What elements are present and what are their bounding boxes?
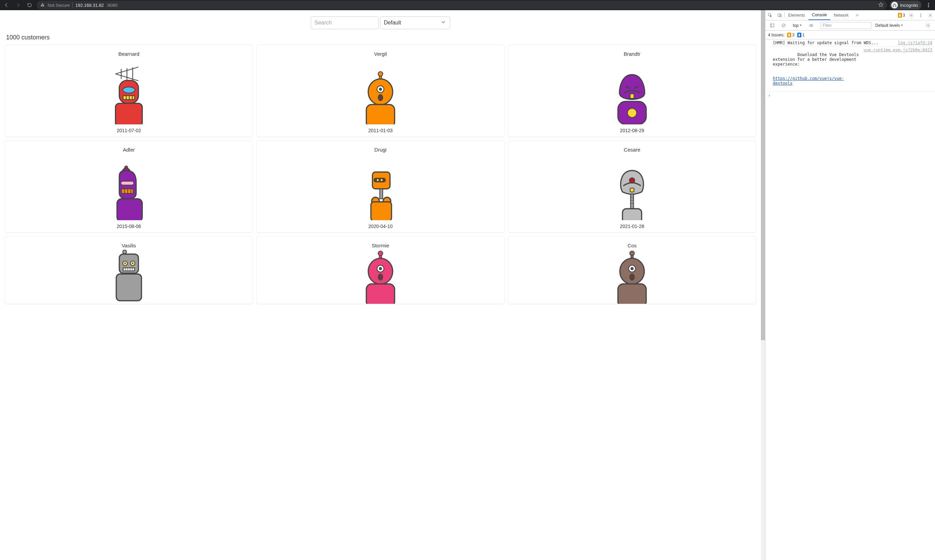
svg-point-21 bbox=[379, 88, 382, 91]
clear-console-icon[interactable] bbox=[779, 23, 789, 28]
svg-rect-24 bbox=[630, 94, 634, 98]
svg-rect-56 bbox=[123, 268, 135, 271]
sort-select[interactable]: Default bbox=[380, 16, 450, 29]
scrollbar-thumb[interactable] bbox=[761, 10, 765, 340]
issues-warn-count: 3 bbox=[792, 32, 795, 37]
reload-button[interactable] bbox=[25, 1, 34, 9]
search-input[interactable] bbox=[311, 16, 379, 29]
svg-point-17 bbox=[378, 72, 383, 77]
url-port: :8080 bbox=[106, 3, 118, 8]
issues-bar[interactable]: 4 Issues: ▮ 3 ▮ 1 bbox=[766, 31, 935, 39]
page-scrollbar[interactable] bbox=[761, 10, 765, 560]
svg-point-4 bbox=[928, 6, 929, 7]
console-filter-input[interactable] bbox=[820, 22, 872, 29]
context-selector[interactable]: top ▼ bbox=[793, 23, 802, 28]
context-value: top bbox=[793, 23, 799, 28]
robot-avatar bbox=[100, 250, 158, 304]
customer-card[interactable]: Drugi 2020-04-10 bbox=[256, 140, 505, 233]
robot-avatar bbox=[603, 250, 661, 304]
incognito-badge[interactable]: Incognito bbox=[890, 1, 921, 9]
console-prompt[interactable]: › bbox=[766, 92, 935, 99]
svg-point-66 bbox=[379, 267, 382, 270]
incognito-label: Incognito bbox=[900, 3, 918, 8]
bookmark-star-icon[interactable] bbox=[878, 2, 884, 9]
robot-avatar bbox=[100, 63, 158, 125]
svg-rect-83 bbox=[770, 24, 774, 27]
customer-name: Vasilis bbox=[122, 243, 136, 248]
svg-rect-61 bbox=[116, 274, 142, 301]
svg-rect-68 bbox=[366, 284, 394, 304]
issues-info-count: 1 bbox=[803, 32, 805, 37]
chrome-menu-button[interactable] bbox=[924, 1, 933, 9]
address-bar[interactable]: Not Secure 192.168.31.82:8080 bbox=[37, 1, 887, 9]
svg-point-22 bbox=[378, 94, 383, 101]
devtools-settings-icon[interactable] bbox=[906, 10, 916, 20]
warning-flag-icon: ▮ bbox=[898, 13, 902, 18]
customer-count: 1000 customers bbox=[6, 34, 756, 41]
log-levels-value: Default levels bbox=[875, 23, 900, 28]
svg-rect-75 bbox=[618, 284, 646, 304]
customer-name: Cesare bbox=[624, 147, 640, 152]
tab-console[interactable]: Console bbox=[809, 10, 830, 20]
customer-date: 2011-01-03 bbox=[368, 128, 393, 133]
svg-point-2 bbox=[928, 3, 929, 4]
svg-rect-42 bbox=[371, 202, 392, 220]
customer-card[interactable]: Adler 2015-08-06 bbox=[5, 140, 253, 233]
more-tabs-icon[interactable] bbox=[852, 10, 861, 20]
log-levels-selector[interactable]: Default levels ▼ bbox=[875, 23, 903, 28]
log-source-link[interactable]: log.js?1afd:24 bbox=[898, 40, 932, 45]
addr-separator bbox=[72, 2, 73, 8]
svg-point-26 bbox=[628, 108, 637, 118]
svg-rect-0 bbox=[42, 4, 43, 5]
console-log: [HMR] Waiting for update signal from WDS… bbox=[766, 39, 935, 560]
svg-point-37 bbox=[377, 179, 379, 181]
console-settings-icon[interactable] bbox=[923, 23, 933, 28]
warning-flag-icon: ▮ bbox=[787, 32, 791, 37]
svg-point-82 bbox=[920, 16, 921, 17]
dropdown-triangle-icon: ▼ bbox=[901, 24, 903, 27]
svg-point-79 bbox=[910, 15, 912, 16]
svg-rect-16 bbox=[116, 103, 142, 125]
devtools-close-icon[interactable] bbox=[926, 10, 935, 20]
svg-rect-49 bbox=[622, 209, 642, 220]
svg-point-69 bbox=[630, 251, 635, 256]
customer-date: 2011-07-02 bbox=[117, 128, 141, 133]
devtools-menu-icon[interactable] bbox=[916, 10, 926, 20]
warnings-badge[interactable]: ▮ 3 bbox=[896, 10, 906, 20]
log-message: [HMR] Waiting for update signal from WDS… bbox=[773, 40, 895, 45]
not-secure-label: Not Secure bbox=[48, 3, 70, 8]
customer-card[interactable]: Stormie bbox=[256, 236, 505, 304]
customer-card[interactable]: Vergil 2011-01-03 bbox=[256, 45, 505, 137]
back-button[interactable] bbox=[2, 1, 11, 9]
customer-card[interactable]: Brandtr 2012-08-29 bbox=[508, 45, 756, 137]
tab-elements[interactable]: Elements bbox=[785, 10, 809, 20]
vue-devtools-link[interactable]: https://github.com/vuejs/vue-devtools bbox=[773, 76, 844, 86]
console-sidebar-toggle-icon[interactable] bbox=[767, 23, 777, 28]
customer-date: 2015-08-06 bbox=[117, 224, 141, 229]
customer-card[interactable]: Bearnard 2011-07-02 bbox=[5, 45, 253, 137]
inspect-element-icon[interactable] bbox=[766, 10, 775, 20]
svg-point-86 bbox=[927, 25, 929, 26]
tab-network[interactable]: Network bbox=[830, 10, 852, 20]
browser-chrome-bar: Not Secure 192.168.31.82:8080 Incognito bbox=[0, 0, 935, 10]
live-expression-icon[interactable] bbox=[807, 23, 816, 28]
svg-rect-36 bbox=[374, 178, 385, 182]
customer-card[interactable]: Cos bbox=[508, 236, 756, 304]
device-toolbar-icon[interactable] bbox=[775, 10, 784, 20]
console-toolbar: top ▼ Default levels ▼ bbox=[766, 20, 935, 31]
svg-rect-39 bbox=[380, 189, 383, 199]
devtools-panel: Elements Console Network ▮ 3 bbox=[765, 10, 935, 560]
log-entry: Download the Vue Devtools extension for … bbox=[766, 46, 935, 92]
svg-point-81 bbox=[920, 15, 921, 15]
customer-name: Brandtr bbox=[624, 51, 640, 57]
customer-date: 2012-08-29 bbox=[620, 128, 644, 133]
svg-point-85 bbox=[810, 25, 812, 26]
log-source-link[interactable]: vue.runtime.esm.js?2b0e:8423 bbox=[864, 48, 932, 52]
robot-avatar bbox=[100, 159, 158, 220]
forward-button[interactable] bbox=[14, 1, 22, 9]
customer-card[interactable]: Vasilis bbox=[5, 236, 253, 304]
customer-card[interactable]: Cesare 2021-01-28 bbox=[508, 140, 756, 233]
customer-date: 2020-04-10 bbox=[368, 224, 393, 229]
svg-rect-34 bbox=[117, 199, 142, 220]
robot-avatar bbox=[351, 63, 409, 125]
